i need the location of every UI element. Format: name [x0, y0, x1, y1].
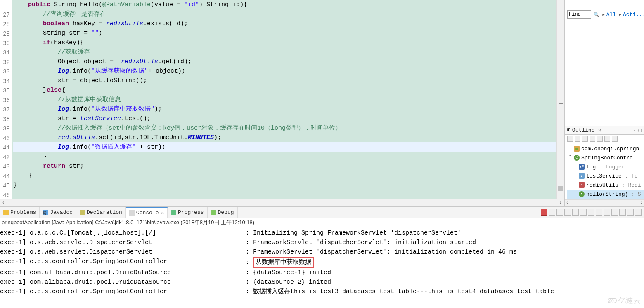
- outline-package[interactable]: ▦com.chenqi.springb: [567, 144, 644, 153]
- outline-field-redisutils[interactable]: ▫redisUtils : Redi: [567, 180, 644, 190]
- caret-right-icon[interactable]: ▸: [618, 11, 622, 18]
- bottom-panel: Problems @Javadoc Declaration Console✕ P…: [0, 206, 644, 308]
- outline-toolbar: [565, 135, 644, 143]
- bottom-tab-bar: Problems @Javadoc Declaration Console✕ P…: [0, 207, 644, 218]
- console-launch-label: pringbootApplication [Java Application] …: [0, 218, 644, 227]
- minimize-icon[interactable]: ▭: [634, 127, 637, 133]
- close-icon[interactable]: ✕: [161, 210, 164, 216]
- pin-console-button[interactable]: [580, 209, 587, 216]
- outline-icon: ⊞: [567, 127, 571, 133]
- console-icon: [129, 210, 135, 216]
- outline-tool-1[interactable]: [567, 136, 573, 142]
- console-output[interactable]: exec-1] o.a.c.c.C.[Tomcat].[localhost].[…: [0, 227, 644, 308]
- maximize-icon[interactable]: ▢: [638, 127, 642, 133]
- search-icon[interactable]: 🔍: [594, 12, 599, 17]
- maximize-button[interactable]: [635, 209, 642, 216]
- minimize-button[interactable]: [627, 209, 634, 216]
- code-area[interactable]: public String hello(@PathVariable(value …: [12, 0, 564, 199]
- console-toolbar: [541, 209, 644, 216]
- close-icon[interactable]: ✕: [598, 127, 601, 133]
- declaration-icon: [80, 210, 85, 215]
- problems-icon: [3, 210, 9, 215]
- outline-tool-3[interactable]: [582, 136, 588, 142]
- open-console-button[interactable]: [596, 209, 602, 216]
- right-panel-toolbar: [565, 0, 644, 9]
- code-editor[interactable]: 2728293031323334353637383940414243444546…: [0, 0, 565, 206]
- outline-tool-5[interactable]: [597, 136, 603, 142]
- tab-declaration[interactable]: Declaration: [76, 207, 126, 218]
- remove-all-button[interactable]: [556, 209, 563, 216]
- console-tool-b[interactable]: [611, 209, 618, 216]
- tab-console[interactable]: Console✕: [126, 207, 168, 218]
- outline-class[interactable]: ˅CSpringBootContro: [567, 153, 644, 162]
- outline-tool-2[interactable]: [575, 136, 580, 142]
- outline-tool-7[interactable]: [612, 136, 618, 142]
- remove-launch-button[interactable]: [549, 209, 555, 216]
- debug-icon: [211, 210, 216, 215]
- outline-title: Outline: [572, 127, 595, 133]
- editor-vertical-scrollbar[interactable]: [556, 0, 564, 199]
- outline-horizontal-scrollbar[interactable]: ‹›: [565, 199, 644, 206]
- outline-field-testservice[interactable]: ▴testService : Te: [567, 171, 644, 180]
- outline-view-header[interactable]: ⊞ Outline ✕ ▭▢: [565, 126, 644, 135]
- display-selected-button[interactable]: [588, 209, 594, 216]
- tab-javadoc[interactable]: @Javadoc: [40, 207, 76, 218]
- outline-method-hello[interactable]: ●hello(String) : S: [567, 190, 644, 199]
- line-number-gutter: 2728293031323334353637383940414243444546: [0, 0, 12, 199]
- outline-tree[interactable]: ▦com.chenqi.springb ˅CSpringBootContro s…: [565, 143, 644, 199]
- console-tool-c[interactable]: [619, 209, 626, 216]
- tab-debug[interactable]: Debug: [208, 207, 238, 218]
- tab-problems[interactable]: Problems: [0, 207, 40, 218]
- editor-horizontal-scrollbar[interactable]: ‹›: [0, 199, 564, 206]
- find-all-link[interactable]: All: [606, 12, 616, 18]
- progress-icon: [171, 210, 176, 215]
- scroll-lock-button[interactable]: [572, 209, 579, 216]
- find-activate-link[interactable]: Acti...: [623, 12, 644, 18]
- terminate-button[interactable]: [541, 209, 547, 216]
- outline-field-log[interactable]: sFlog : Logger: [567, 162, 644, 171]
- tab-progress[interactable]: Progress: [168, 207, 207, 218]
- caret-right-icon[interactable]: ▸: [602, 11, 605, 18]
- find-input[interactable]: [567, 10, 591, 19]
- outline-tool-4[interactable]: [590, 136, 595, 142]
- javadoc-icon: @: [43, 210, 48, 215]
- right-side-panel: 🔍 ▸All ▸Acti... ⊞ Outline ✕ ▭▢ ▦com.chen…: [565, 0, 644, 206]
- find-bar: 🔍 ▸All ▸Acti...: [565, 9, 644, 20]
- outline-tool-6[interactable]: [604, 136, 610, 142]
- console-tool-a[interactable]: [604, 209, 610, 216]
- clear-console-button[interactable]: [564, 209, 571, 216]
